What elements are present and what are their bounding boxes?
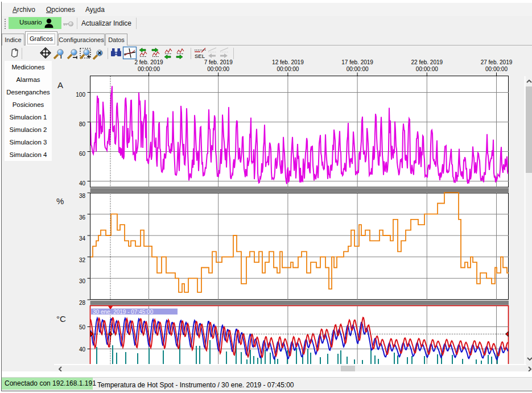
svg-text:38: 38 [79, 193, 86, 199]
svg-text:%: % [56, 196, 64, 206]
svg-text:00:00:00: 00:00:00 [416, 66, 438, 72]
svg-text:00:00:00: 00:00:00 [277, 66, 299, 72]
svg-text:40: 40 [79, 346, 86, 353]
svg-text:27 feb. 2019: 27 feb. 2019 [481, 59, 513, 65]
svg-text:34: 34 [79, 235, 86, 242]
svg-text:30: 30 [79, 278, 86, 284]
svg-text:00:00:00: 00:00:00 [347, 66, 369, 72]
svg-text:28: 28 [79, 300, 86, 306]
svg-text:100: 100 [76, 92, 85, 98]
svg-text:°C: °C [56, 314, 66, 324]
svg-text:80: 80 [79, 121, 86, 127]
svg-text:36: 36 [79, 214, 86, 221]
svg-text:60: 60 [79, 151, 86, 157]
svg-text:17 feb. 2019: 17 feb. 2019 [341, 59, 373, 65]
svg-text:2 feb. 2019: 2 feb. 2019 [134, 59, 163, 65]
svg-text:22 feb. 2019: 22 feb. 2019 [411, 59, 443, 65]
svg-text:50: 50 [79, 324, 86, 330]
svg-text:7 feb. 2019: 7 feb. 2019 [204, 59, 233, 65]
svg-text:00:00:00: 00:00:00 [207, 66, 229, 72]
svg-text:A: A [57, 80, 63, 90]
svg-text:32: 32 [79, 257, 86, 263]
svg-text:40: 40 [79, 180, 86, 187]
svg-text:30 ene. 2019 - 07:45:00: 30 ene. 2019 - 07:45:00 [93, 309, 154, 315]
svg-text:00:00:00: 00:00:00 [485, 66, 508, 72]
svg-text:00:00:00: 00:00:00 [138, 66, 160, 72]
svg-text:12 feb. 2019: 12 feb. 2019 [272, 59, 304, 65]
